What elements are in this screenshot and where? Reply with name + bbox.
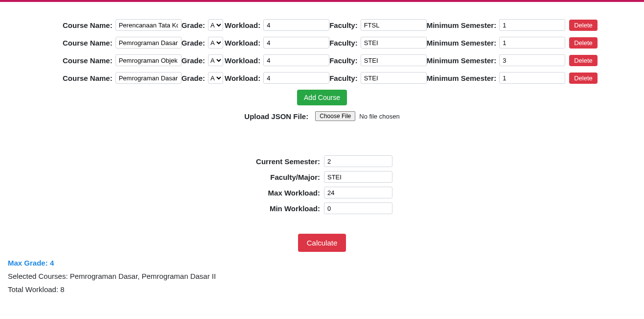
delete-button[interactable]: Delete [569,20,598,31]
current-semester-input[interactable] [324,155,392,167]
total-workload-line: Total Workload: 8 [8,285,636,294]
workload-input[interactable] [263,37,329,49]
grade-select[interactable]: A [208,19,223,31]
min-workload-label: Min Workload: [173,204,320,213]
selected-courses-value: Pemrograman Dasar, Pemrograman Dasar II [70,272,216,280]
course-name-input[interactable] [115,19,182,31]
course-name-label: Course Name: [63,39,113,47]
max-workload-input[interactable] [324,187,392,198]
faculty-input[interactable] [361,37,427,49]
grade-label: Grade: [182,74,205,82]
param-row-current-semester: Current Semester: [173,155,471,167]
top-accent-bar [0,0,644,2]
upload-json-label: Upload JSON File: [244,112,308,121]
params-section: Current Semester: Faculty/Major: Max Wor… [63,155,581,214]
selected-courses-line: Selected Courses: Pemrograman Dasar, Pem… [8,272,636,280]
max-workload-label: Max Workload: [173,189,320,197]
workload-label: Workload: [225,21,260,29]
min-semester-label: Minimum Semester: [427,39,497,47]
course-name-input[interactable] [115,72,182,84]
faculty-label: Faculty: [329,39,358,47]
grade-label: Grade: [182,21,205,29]
faculty-label: Faculty: [329,56,358,65]
course-name-label: Course Name: [63,74,113,82]
course-row: Course Name: Grade: A Workload: Faculty:… [63,72,581,84]
min-semester-label: Minimum Semester: [427,74,497,82]
param-row-faculty-major: Faculty/Major: [173,171,471,183]
min-semester-input[interactable] [499,54,565,66]
upload-row: Upload JSON File: Choose File No file ch… [63,111,581,121]
selected-courses-label: Selected Courses: [8,272,70,280]
max-grade-value: 4 [50,259,54,267]
min-semester-input[interactable] [499,19,565,31]
course-name-input[interactable] [115,54,182,66]
workload-input[interactable] [263,72,329,84]
faculty-major-label: Faculty/Major: [173,173,320,181]
file-chosen-text: No file chosen [359,113,399,120]
min-semester-label: Minimum Semester: [427,56,497,65]
course-form-container: Course Name: Grade: A Workload: Faculty:… [63,19,581,252]
delete-button[interactable]: Delete [569,73,598,84]
workload-label: Workload: [225,56,260,65]
grade-select[interactable]: A [208,37,223,49]
workload-input[interactable] [263,54,329,66]
faculty-input[interactable] [361,72,427,84]
current-semester-label: Current Semester: [173,157,320,166]
course-row: Course Name: Grade: A Workload: Faculty:… [63,54,581,66]
calculate-wrap: Calculate [63,234,581,252]
max-grade-label: Max Grade: [8,259,50,267]
param-row-min-workload: Min Workload: [173,202,471,214]
add-course-button[interactable]: Add Course [297,90,347,105]
faculty-major-input[interactable] [324,171,392,183]
course-row: Course Name: Grade: A Workload: Faculty:… [63,19,581,31]
min-workload-input[interactable] [324,202,392,214]
course-name-label: Course Name: [63,21,113,29]
faculty-input[interactable] [361,19,427,31]
min-semester-input[interactable] [499,37,565,49]
min-semester-label: Minimum Semester: [427,21,497,29]
add-course-wrap: Add Course [63,90,581,105]
param-row-max-workload: Max Workload: [173,187,471,198]
faculty-input[interactable] [361,54,427,66]
workload-input[interactable] [263,19,329,31]
course-row: Course Name: Grade: A Workload: Faculty:… [63,37,581,49]
workload-label: Workload: [225,39,260,47]
results-section: Max Grade: 4 Selected Courses: Pemrogram… [0,252,644,305]
course-name-input[interactable] [115,37,182,49]
choose-file-button[interactable]: Choose File [315,111,355,121]
calculate-button[interactable]: Calculate [298,234,346,252]
min-semester-input[interactable] [499,72,565,84]
grade-select[interactable]: A [208,54,223,66]
total-workload-value: 8 [60,285,64,294]
faculty-label: Faculty: [329,74,358,82]
delete-button[interactable]: Delete [569,37,598,49]
grade-label: Grade: [182,56,205,65]
faculty-label: Faculty: [329,21,358,29]
max-grade-line: Max Grade: 4 [8,259,636,267]
grade-label: Grade: [182,39,205,47]
delete-button[interactable]: Delete [569,55,598,66]
course-name-label: Course Name: [63,56,113,65]
grade-select[interactable]: A [208,72,223,84]
total-workload-label: Total Workload: [8,285,60,294]
workload-label: Workload: [225,74,260,82]
